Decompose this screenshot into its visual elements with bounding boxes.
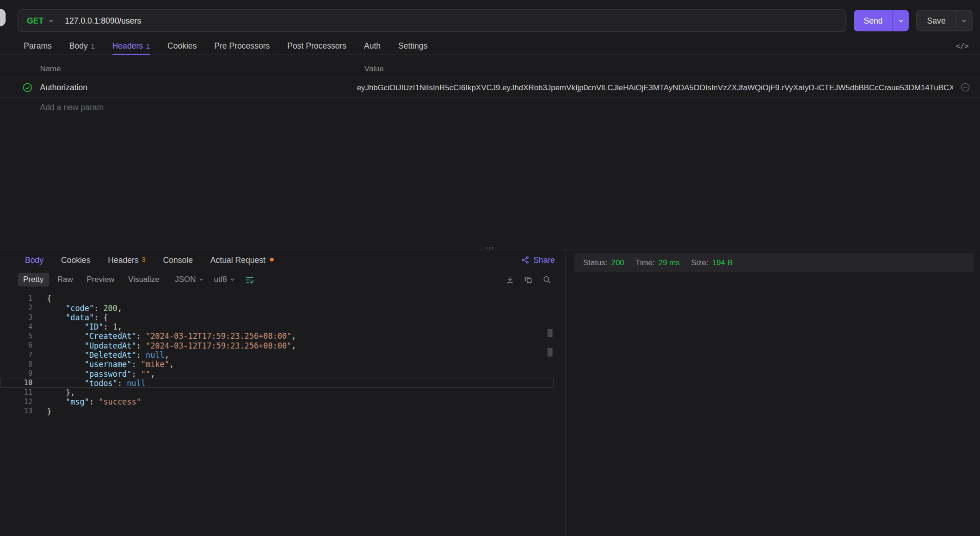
code-line-10[interactable]: 10 "todos": null (0, 379, 554, 388)
code-line-8[interactable]: 8 "username": "mike", (0, 360, 554, 369)
request-tab-auth[interactable]: Auth (364, 37, 381, 54)
code-text: "password": "", (32, 369, 155, 378)
code-editor[interactable]: 1{2 "code": 200,3 "data": {4 "ID": 1,5 "… (0, 290, 565, 536)
save-button[interactable]: Save (917, 10, 973, 31)
method-selector[interactable]: GET (27, 16, 59, 25)
view-switcher: PrettyRawPreviewVisualize (18, 273, 165, 287)
code-text: "ID": 1, (32, 322, 122, 331)
code-line-6[interactable]: 6 "UpdatedAt": "2024-03-12T17:59:23.256+… (0, 341, 554, 350)
response-meta-panel: Status: 200 Time: 29 ms Size: 194 B (566, 250, 980, 536)
headers-table: Name Value Authorization eyJhbGciOiJIUzI… (0, 60, 980, 117)
pane-resize-handle-icon[interactable]: ⋯ (485, 244, 495, 251)
view-visualize-button[interactable]: Visualize (123, 273, 165, 287)
tab-count-badge: 1 (146, 42, 150, 50)
time-label: Time: (635, 258, 655, 267)
request-tab-body[interactable]: Body1 (69, 37, 95, 54)
status-code: Status: 200 (583, 258, 624, 267)
header-row-authorization[interactable]: Authorization eyJhbGciOiJIUzI1NiIsInR5cC… (0, 78, 980, 98)
tab-label: Headers (112, 41, 143, 50)
share-button[interactable]: Share (521, 255, 555, 264)
request-tab-cookies[interactable]: Cookies (167, 37, 197, 54)
line-number: 5 (0, 331, 32, 341)
language-select[interactable]: JSON (175, 275, 204, 284)
tab-label: Pre Processors (214, 41, 270, 50)
code-text: "DeletedAt": null, (32, 350, 169, 360)
response-tab-headers[interactable]: Headers3 (108, 250, 145, 269)
language-select-value: JSON (175, 275, 196, 284)
header-name-cell[interactable]: Authorization (32, 82, 357, 92)
request-tabs-row: ParamsBody1Headers1CookiesPre Processors… (0, 37, 980, 55)
response-tab-console[interactable]: Console (163, 250, 193, 269)
size-label: Size: (691, 258, 709, 267)
request-tab-params[interactable]: Params (24, 37, 52, 54)
copy-icon[interactable] (524, 275, 533, 284)
code-text: "username": "mike", (32, 360, 174, 369)
tab-indicator-dot (270, 258, 273, 262)
code-text: "data": { (32, 313, 108, 322)
header-value-cell[interactable]: eyJhbGciOiJIUzI1NiIsInR5cCI6IkpXVCJ9.eyJ… (357, 83, 953, 92)
encoding-select[interactable]: utf8 (214, 275, 235, 284)
line-number: 6 (0, 341, 32, 350)
tab-label: Settings (398, 41, 427, 50)
code-line-13[interactable]: 13} (0, 406, 554, 416)
code-line-9[interactable]: 9 "password": "", (0, 369, 554, 378)
download-icon[interactable] (505, 275, 514, 284)
column-header-name: Name (40, 64, 364, 73)
code-line-11[interactable]: 11 }, (0, 388, 554, 397)
tab-label: Console (163, 255, 193, 264)
share-label: Share (533, 255, 555, 264)
search-icon[interactable] (542, 275, 551, 284)
response-pane: BodyCookiesHeaders3ConsoleActual Request… (0, 250, 980, 536)
time-value: 29 ms (659, 258, 680, 267)
line-number: 11 (0, 388, 32, 397)
wrap-lines-icon[interactable] (245, 275, 254, 284)
chevron-down-icon (230, 277, 235, 282)
send-options-button[interactable] (893, 10, 909, 31)
code-lines: 1{2 "code": 200,3 "data": {4 "ID": 1,5 "… (0, 294, 565, 416)
tab-label: Auth (364, 41, 381, 50)
add-param-row[interactable]: Add a new param (0, 98, 980, 117)
view-raw-button[interactable]: Raw (52, 273, 79, 287)
view-pretty-button[interactable]: Pretty (18, 273, 49, 287)
response-tabs: BodyCookiesHeaders3ConsoleActual Request (25, 250, 274, 269)
remove-row-icon[interactable] (961, 82, 970, 92)
response-tab-actual-request[interactable]: Actual Request (210, 250, 274, 269)
request-tab-settings[interactable]: Settings (398, 37, 427, 54)
chevron-down-icon (961, 18, 967, 24)
url-input[interactable]: 127.0.0.1:8090/users (65, 16, 141, 25)
code-line-7[interactable]: 7 "DeletedAt": null, (0, 350, 554, 360)
request-tab-headers[interactable]: Headers1 (112, 37, 150, 54)
response-time: Time: 29 ms (635, 258, 680, 267)
request-url-box[interactable]: GET 127.0.0.1:8090/users (18, 9, 846, 32)
scrollbar-mark (548, 329, 553, 337)
tab-label: Actual Request (210, 255, 265, 264)
tab-label: Post Processors (287, 41, 346, 50)
line-number: 12 (0, 397, 32, 406)
request-tab-post-processors[interactable]: Post Processors (287, 37, 346, 54)
size-value: 194 B (712, 258, 733, 267)
row-enabled-checkbox[interactable] (23, 82, 33, 93)
tab-label: Body (25, 255, 43, 264)
code-line-12[interactable]: 12 "msg": "success" (0, 397, 554, 406)
code-line-5[interactable]: 5 "CreatedAt": "2024-03-12T17:59:23.256+… (0, 331, 554, 341)
request-tab-pre-processors[interactable]: Pre Processors (214, 37, 270, 54)
send-button-label: Send (854, 10, 893, 31)
send-button[interactable]: Send (854, 10, 909, 31)
code-line-4[interactable]: 4 "ID": 1, (0, 322, 554, 331)
response-tab-cookies[interactable]: Cookies (61, 250, 90, 269)
code-line-2[interactable]: 2 "code": 200, (0, 303, 554, 312)
line-number: 13 (0, 406, 32, 416)
code-line-3[interactable]: 3 "data": { (0, 313, 554, 322)
code-view-icon[interactable]: </> (956, 42, 969, 50)
response-tab-body[interactable]: Body (25, 250, 43, 269)
code-line-1[interactable]: 1{ (0, 294, 554, 303)
request-pane: GET 127.0.0.1:8090/users Send Save (0, 0, 980, 250)
line-number: 7 (0, 350, 32, 360)
chevron-down-icon (199, 277, 204, 282)
save-options-button[interactable] (955, 11, 972, 31)
headers-table-head: Name Value (0, 60, 980, 78)
code-text: "msg": "success" (32, 397, 141, 406)
view-preview-button[interactable]: Preview (81, 273, 120, 287)
tab-label: Params (24, 41, 52, 50)
code-text: } (32, 406, 51, 416)
